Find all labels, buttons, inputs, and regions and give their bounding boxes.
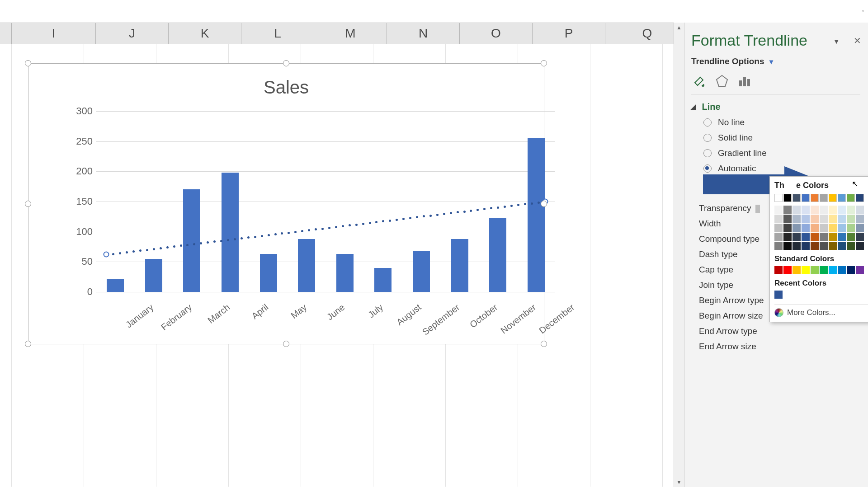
fill-line-tab-icon[interactable] <box>691 72 708 89</box>
color-swatch[interactable] <box>856 194 864 202</box>
color-swatch[interactable] <box>783 194 792 202</box>
resize-handle-ne[interactable] <box>541 60 547 66</box>
resize-handle-n[interactable] <box>283 60 289 66</box>
scroll-down-icon[interactable]: ▼ <box>674 477 684 487</box>
column-headers[interactable]: IJKLMNOPQ <box>0 23 674 44</box>
color-swatch[interactable] <box>856 266 864 274</box>
color-swatch[interactable] <box>838 194 846 202</box>
color-swatch[interactable] <box>774 215 783 223</box>
color-swatch[interactable] <box>847 206 855 214</box>
prop-end-arrow-type[interactable]: End Arrow type <box>699 326 862 336</box>
color-swatch[interactable] <box>774 291 783 299</box>
column-header-K[interactable]: K <box>169 23 241 44</box>
bar-April[interactable] <box>222 173 239 292</box>
column-header-I[interactable]: I <box>12 23 96 44</box>
close-icon[interactable]: ✕ <box>854 35 861 46</box>
color-swatch[interactable] <box>802 224 810 232</box>
pane-subheader[interactable]: Trendline Options ▾ <box>691 56 773 66</box>
color-swatch[interactable] <box>802 206 810 214</box>
bar-August[interactable] <box>374 268 392 292</box>
color-swatch[interactable] <box>829 242 837 250</box>
radio-gradient-line[interactable]: Gradient line <box>703 148 862 158</box>
chart-title[interactable]: Sales <box>28 77 544 98</box>
color-swatch[interactable] <box>793 215 801 223</box>
bar-January[interactable] <box>107 279 124 292</box>
color-swatch[interactable] <box>811 266 819 274</box>
color-swatch[interactable] <box>820 233 828 241</box>
color-swatch[interactable] <box>793 266 801 274</box>
color-swatch[interactable] <box>829 215 837 223</box>
trendline-handle[interactable] <box>104 252 109 258</box>
color-swatch[interactable] <box>856 224 864 232</box>
color-swatch[interactable] <box>793 242 801 250</box>
bar-September[interactable] <box>413 251 430 292</box>
bar-November[interactable] <box>489 218 506 292</box>
bar-December[interactable] <box>528 138 545 292</box>
color-swatch[interactable] <box>774 242 783 250</box>
line-section-header[interactable]: ◢ Line <box>691 102 862 112</box>
column-header-N[interactable]: N <box>387 23 460 44</box>
radio-solid-line[interactable]: Solid line <box>703 133 862 143</box>
more-colors-button[interactable]: More Colors... <box>774 304 868 317</box>
color-swatch[interactable] <box>838 233 846 241</box>
bar-October[interactable] <box>451 239 468 292</box>
color-swatch[interactable] <box>802 215 810 223</box>
chart-area[interactable]: Sales 050100150200250300 JanuaryFebruary… <box>28 63 544 344</box>
color-swatch[interactable] <box>856 215 864 223</box>
color-swatch[interactable] <box>802 194 810 202</box>
color-swatch[interactable] <box>829 194 837 202</box>
bar-June[interactable] <box>298 239 315 292</box>
color-swatch[interactable] <box>793 194 801 202</box>
color-swatch[interactable] <box>811 224 819 232</box>
color-swatch[interactable] <box>838 215 846 223</box>
color-swatch[interactable] <box>847 242 855 250</box>
color-swatch[interactable] <box>847 266 855 274</box>
color-swatch[interactable] <box>783 233 792 241</box>
column-header-P[interactable]: P <box>533 23 605 44</box>
trendline-options-tab-icon[interactable] <box>736 72 753 89</box>
formula-expand-icon[interactable]: ˅ <box>862 10 864 16</box>
color-swatch[interactable] <box>829 233 837 241</box>
color-swatch[interactable] <box>847 194 855 202</box>
column-header-O[interactable]: O <box>460 23 533 44</box>
color-swatch[interactable] <box>838 224 846 232</box>
color-swatch[interactable] <box>793 206 801 214</box>
color-swatch[interactable] <box>847 224 855 232</box>
plot-area[interactable] <box>96 111 555 292</box>
color-swatch[interactable] <box>774 194 783 202</box>
color-swatch[interactable] <box>783 215 792 223</box>
color-swatch[interactable] <box>820 224 828 232</box>
color-swatch[interactable] <box>793 233 801 241</box>
color-swatch[interactable] <box>856 206 864 214</box>
color-swatch[interactable] <box>856 233 864 241</box>
color-swatch[interactable] <box>793 224 801 232</box>
color-swatch[interactable] <box>802 242 810 250</box>
color-swatch[interactable] <box>783 242 792 250</box>
color-swatch[interactable] <box>783 206 792 214</box>
color-swatch[interactable] <box>820 242 828 250</box>
resize-handle-e[interactable] <box>541 201 547 207</box>
chart-object[interactable]: Sales 050100150200250300 JanuaryFebruary… <box>28 63 543 343</box>
color-swatch[interactable] <box>829 206 837 214</box>
color-swatch[interactable] <box>856 242 864 250</box>
color-swatch[interactable] <box>783 266 792 274</box>
color-swatch[interactable] <box>838 242 846 250</box>
radio-no-line[interactable]: No line <box>703 117 862 127</box>
slider-handle-icon[interactable] <box>755 205 760 213</box>
color-swatch[interactable] <box>774 224 783 232</box>
scroll-up-icon[interactable]: ▲ <box>674 23 684 33</box>
color-swatch[interactable] <box>811 242 819 250</box>
color-swatch[interactable] <box>783 224 792 232</box>
color-swatch[interactable] <box>774 266 783 274</box>
color-swatch[interactable] <box>829 224 837 232</box>
resize-handle-w[interactable] <box>25 201 31 207</box>
color-swatch[interactable] <box>774 233 783 241</box>
bar-May[interactable] <box>260 254 277 292</box>
resize-handle-sw[interactable] <box>25 341 31 347</box>
pane-options-dropdown-icon[interactable]: ▼ <box>833 38 840 45</box>
bar-July[interactable] <box>336 254 354 292</box>
color-swatch[interactable] <box>811 215 819 223</box>
color-swatch[interactable] <box>811 194 819 202</box>
formula-bar[interactable]: ˅ <box>0 0 868 16</box>
color-swatch[interactable] <box>802 266 810 274</box>
